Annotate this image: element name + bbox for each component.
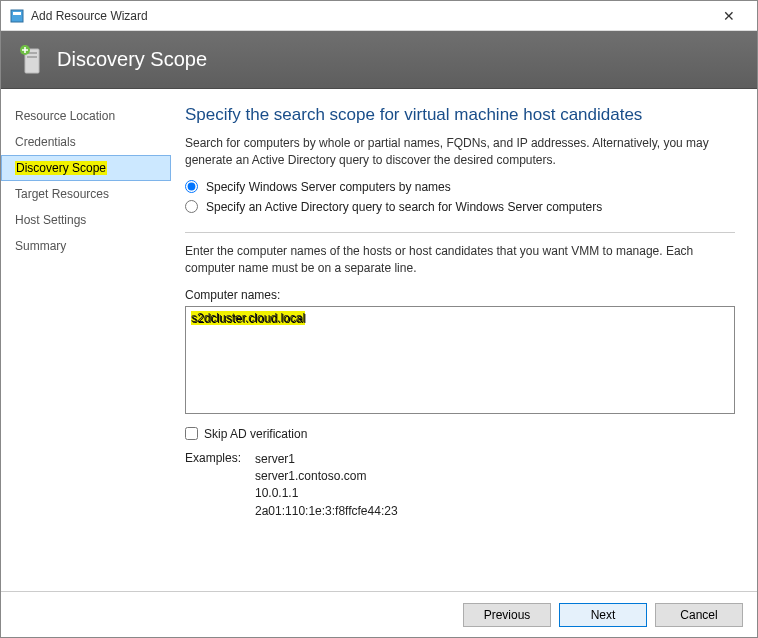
radio-by-names[interactable]: [185, 180, 198, 193]
computers-input[interactable]: [185, 306, 735, 414]
main-panel: Specify the search scope for virtual mac…: [171, 89, 757, 591]
app-icon: [9, 8, 25, 24]
wizard-step-title: Discovery Scope: [57, 48, 207, 71]
search-method-group: Specify Windows Server computers by name…: [185, 180, 735, 233]
radio-ad-query[interactable]: [185, 200, 198, 213]
intro-text: Search for computers by whole or partial…: [185, 135, 735, 170]
skip-ad-row[interactable]: Skip AD verification: [185, 427, 735, 441]
radio-row-ad-query[interactable]: Specify an Active Directory query to sea…: [185, 200, 735, 214]
previous-button[interactable]: Previous: [463, 603, 551, 627]
example-line: server1.contoso.com: [255, 468, 398, 485]
close-button[interactable]: ✕: [709, 8, 749, 24]
example-line: 10.0.1.1: [255, 485, 398, 502]
sidebar-item-host-settings[interactable]: Host Settings: [1, 207, 171, 233]
instruction-text: Enter the computer names of the hosts or…: [185, 243, 735, 278]
example-line: server1: [255, 451, 398, 468]
example-line: 2a01:110:1e:3:f8ffcfe44:23: [255, 503, 398, 520]
radio-ad-query-label: Specify an Active Directory query to sea…: [206, 200, 602, 214]
wizard-header: Discovery Scope: [1, 31, 757, 89]
wizard-body: Resource Location Credentials Discovery …: [1, 89, 757, 591]
examples-lines: server1 server1.contoso.com 10.0.1.1 2a0…: [255, 451, 398, 521]
examples-block: Examples: server1 server1.contoso.com 10…: [185, 451, 735, 521]
skip-ad-label: Skip AD verification: [204, 427, 307, 441]
titlebar: Add Resource Wizard ✕: [1, 1, 757, 31]
skip-ad-checkbox[interactable]: [185, 427, 198, 440]
svg-rect-1: [13, 12, 21, 15]
cancel-button[interactable]: Cancel: [655, 603, 743, 627]
window-title: Add Resource Wizard: [31, 9, 709, 23]
page-heading: Specify the search scope for virtual mac…: [185, 105, 735, 125]
sidebar-item-credentials[interactable]: Credentials: [1, 129, 171, 155]
examples-label: Examples:: [185, 451, 255, 521]
next-button[interactable]: Next: [559, 603, 647, 627]
svg-rect-4: [27, 56, 37, 58]
radio-by-names-label: Specify Windows Server computers by name…: [206, 180, 451, 194]
wizard-window: Add Resource Wizard ✕ Discovery Scope Re…: [0, 0, 758, 638]
sidebar-item-resource-location[interactable]: Resource Location: [1, 103, 171, 129]
sidebar: Resource Location Credentials Discovery …: [1, 89, 171, 591]
computers-wrap: s2dcluster.cloud.local: [185, 306, 735, 417]
server-add-icon: [19, 45, 45, 75]
sidebar-item-target-resources[interactable]: Target Resources: [1, 181, 171, 207]
sidebar-item-discovery-scope[interactable]: Discovery Scope: [1, 155, 171, 181]
radio-row-by-names[interactable]: Specify Windows Server computers by name…: [185, 180, 735, 194]
svg-rect-0: [11, 10, 23, 22]
sidebar-item-summary[interactable]: Summary: [1, 233, 171, 259]
wizard-footer: Previous Next Cancel: [1, 591, 757, 637]
computers-label: Computer names:: [185, 288, 735, 302]
